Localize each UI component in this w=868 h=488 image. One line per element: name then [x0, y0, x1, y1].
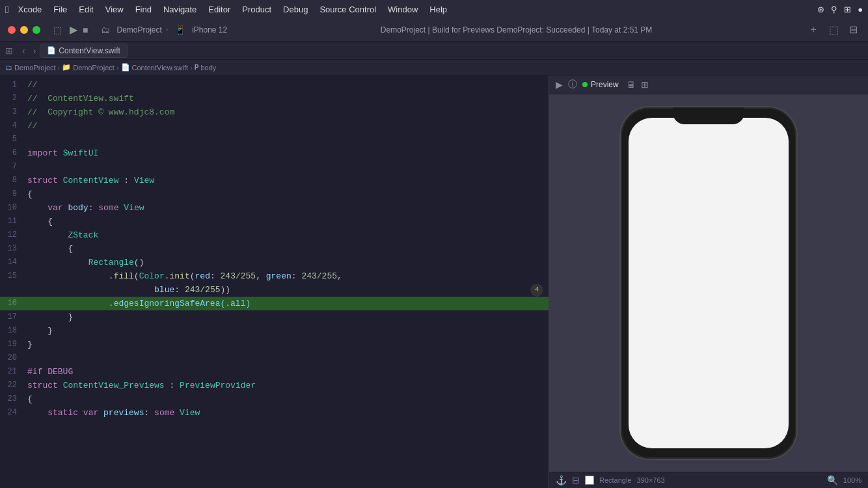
run-button[interactable]: ▶ — [70, 23, 77, 36]
line-content-15b: blue: 243/255)) — [25, 283, 549, 297]
menu-xcode[interactable]: Xcode — [12, 3, 47, 16]
split-icon[interactable]: ⬚ — [826, 22, 841, 37]
menu-editor[interactable]: Editor — [203, 3, 236, 16]
folder-bc-icon: 📁 — [62, 63, 71, 72]
breadcrumb: 🗂 DemoProject › 📁 DemoProject › 📄 Conten… — [0, 60, 868, 75]
bc-folder-name: DemoProject — [73, 64, 115, 72]
code-line-22: 22 struct ContentView_Previews : Preview… — [0, 379, 549, 392]
menu-window[interactable]: Window — [383, 3, 423, 16]
layout-icon[interactable]: ⊟ — [847, 22, 860, 37]
menu-bar:  Xcode File Edit View Find Navigate Edi… — [0, 0, 868, 18]
project-icon: 🗂 — [98, 23, 113, 36]
line-num-15: 15 — [0, 269, 25, 283]
bc-file-name: ContentView.swift — [132, 64, 189, 72]
control-center-icon[interactable]: ⊞ — [844, 5, 851, 14]
code-line-11: 11 { — [0, 215, 549, 228]
stop-button[interactable]: ■ — [83, 25, 88, 35]
project-name: DemoProject — [116, 25, 161, 34]
zoom-out-icon[interactable]: 🔍 — [827, 475, 838, 485]
code-line-3: 3 // Copyright © www.hdjc8.com — [0, 105, 549, 119]
line-num-10: 10 — [0, 201, 25, 215]
line-num-22: 22 — [0, 379, 25, 392]
breadcrumb-folder[interactable]: 📁 DemoProject — [62, 63, 115, 72]
line-num-1: 1 — [0, 78, 25, 92]
line-num-5: 5 — [0, 133, 25, 146]
preview-play-icon[interactable]: ▶ — [556, 79, 563, 90]
device-info[interactable]: 🗂 DemoProject › 📱 iPhone 12 — [98, 23, 227, 36]
line-num-2: 2 — [0, 92, 25, 105]
line-content-14: Rectangle() — [25, 256, 549, 269]
minimize-button[interactable] — [20, 26, 28, 34]
menu-file[interactable]: File — [48, 3, 72, 16]
tab-nav-back[interactable]: ‹ — [20, 46, 28, 56]
status-shape-name: Rectangle — [599, 476, 632, 484]
main-content: 1 // 2 // ContentView.swift 3 // Copyrig… — [0, 75, 868, 488]
code-line-16: 16 .edgesIgnoringSafeArea(.all) — [0, 297, 549, 310]
bc-symbol-name: body — [200, 64, 216, 72]
menu-navigate[interactable]: Navigate — [158, 3, 202, 16]
line-num-12: 12 — [0, 228, 25, 242]
menu-edit[interactable]: Edit — [74, 3, 98, 16]
line-content-8: struct ContentView : View — [25, 174, 549, 187]
menu-source-control[interactable]: Source Control — [314, 3, 381, 16]
preview-area — [549, 94, 868, 472]
status-right: 🔍 100% — [827, 475, 861, 485]
breadcrumb-project[interactable]: 🗂 DemoProject — [5, 64, 56, 72]
line-content-21: #if DEBUG — [25, 365, 549, 379]
status-grid-icon[interactable]: ⊟ — [572, 475, 580, 485]
preview-info-icon[interactable]: ⓘ — [568, 79, 577, 90]
code-line-6: 6 import SwiftUI — [0, 146, 549, 160]
line-num-21: 21 — [0, 365, 25, 379]
zoom-level: 100% — [843, 476, 861, 484]
line-content-2: // ContentView.swift — [25, 92, 549, 105]
breadcrumb-file[interactable]: 📄 ContentView.swift — [121, 63, 189, 72]
preview-device-icon[interactable]: 🖥 — [627, 79, 636, 90]
line-content-17: } — [25, 310, 549, 324]
tab-nav-forward[interactable]: › — [31, 46, 39, 56]
code-line-5: 5 — [0, 133, 549, 146]
code-line-23: 23 { — [0, 392, 549, 406]
line-content-10: var body: some View — [25, 201, 549, 215]
menu-find[interactable]: Find — [130, 3, 157, 16]
code-line-15b: blue: 243/255)) 4 — [0, 283, 549, 297]
line-num-6: 6 — [0, 146, 25, 160]
sidebar-toggle[interactable]: ⬚ — [51, 23, 64, 36]
preview-pane: ▶ ⓘ Preview 🖥 ⊞ ⚓ ⊟ Rectangle 390×763 — [549, 75, 868, 488]
iphone-mockup — [621, 107, 796, 459]
line-content-15a: .fill(Color.init(red: 243/255, green: 24… — [25, 269, 549, 283]
line-num-7: 7 — [0, 160, 25, 174]
add-tab-icon[interactable]: ＋ — [806, 21, 821, 38]
close-button[interactable] — [8, 26, 16, 34]
line-num-19: 19 — [0, 338, 25, 351]
code-line-2: 2 // ContentView.swift — [0, 92, 549, 105]
user-icon[interactable]: ● — [858, 5, 863, 14]
menu-help[interactable]: Help — [424, 3, 452, 16]
project-bc-icon: 🗂 — [5, 64, 12, 72]
search-icon[interactable]: ⚲ — [831, 5, 837, 14]
line-num-9: 9 — [0, 187, 25, 201]
code-editor[interactable]: 1 // 2 // ContentView.swift 3 // Copyrig… — [0, 75, 549, 488]
line-num-17: 17 — [0, 310, 25, 324]
preview-status-dot — [582, 82, 588, 87]
menu-view[interactable]: View — [100, 3, 129, 16]
tab-contentview[interactable]: 📄 ContentView.swift — [40, 44, 128, 58]
preview-toolbar: ▶ ⓘ Preview 🖥 ⊞ — [549, 75, 868, 94]
menu-bar-right: ⊛ ⚲ ⊞ ● — [817, 5, 863, 14]
maximize-button[interactable] — [33, 26, 40, 34]
line-num-16: 16 — [0, 297, 25, 310]
apple-menu[interactable]:  — [5, 4, 8, 15]
line-num-8: 8 — [0, 174, 25, 187]
title-bar-right-controls: ＋ ⬚ ⊟ — [806, 21, 860, 38]
code-line-17: 17 } — [0, 310, 549, 324]
menu-debug[interactable]: Debug — [278, 3, 313, 16]
menu-product[interactable]: Product — [237, 3, 277, 16]
tab-label: ContentView.swift — [59, 46, 120, 55]
breadcrumb-symbol[interactable]: P body — [195, 64, 217, 72]
status-dimensions: 390×763 — [637, 476, 665, 484]
preview-text: Preview — [591, 80, 619, 89]
tab-grid-icon[interactable]: ⊞ — [3, 44, 16, 57]
status-anchor-icon[interactable]: ⚓ — [556, 475, 567, 485]
preview-expand-icon[interactable]: ⊞ — [641, 79, 649, 90]
line-num-11: 11 — [0, 215, 25, 228]
code-line-9: 9 { — [0, 187, 549, 201]
